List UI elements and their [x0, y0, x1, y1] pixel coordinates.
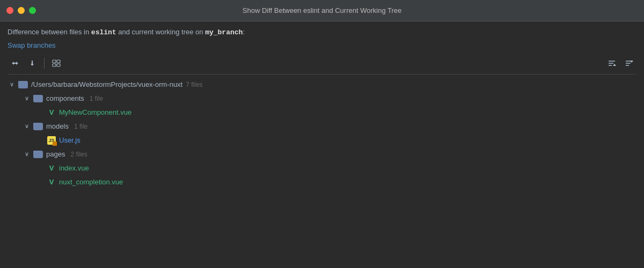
tree-row[interactable]: V MyNewComponent.vue: [8, 106, 636, 120]
svg-marker-7: [613, 64, 616, 66]
svg-rect-1: [57, 60, 60, 63]
main-content: Difference between files in eslint and c…: [0, 21, 644, 195]
js-file-icon: JS: [47, 136, 56, 145]
sort-ascending-button[interactable]: [604, 56, 619, 71]
svg-rect-2: [53, 64, 56, 66]
folder-name: components: [46, 94, 84, 102]
branch2-label: my_branch: [205, 28, 243, 36]
group-icon: [52, 59, 61, 68]
vue-file-icon: V: [47, 108, 56, 117]
file-name: index.vue: [59, 164, 89, 172]
toolbar-separator: [44, 58, 45, 69]
svg-rect-3: [57, 64, 60, 66]
sort-asc-icon: [608, 59, 616, 68]
info-line: Difference between files in eslint and c…: [8, 27, 636, 38]
folder-icon: [18, 81, 28, 88]
window-title: Show Diff Between eslint and Current Wor…: [243, 6, 402, 14]
close-button[interactable]: [6, 7, 13, 14]
collapse-icon: [28, 59, 36, 68]
folder-icon: [33, 151, 43, 158]
chevron-icon: ∨: [10, 81, 17, 88]
vue-file-icon: V: [47, 164, 56, 173]
info-suffix: :: [243, 28, 245, 36]
toolbar-right: [604, 56, 636, 71]
file-tree: ∨ /Users/barbara/WebstormProjects/vuex-o…: [8, 78, 636, 189]
tree-row[interactable]: ∨ components 1 file: [8, 92, 636, 106]
folder-icon: [33, 123, 43, 130]
swap-branches-link[interactable]: Swap branches: [8, 41, 56, 49]
traffic-lights: [6, 7, 36, 14]
file-name: nuxt_completion.vue: [59, 178, 123, 186]
root-path: /Users/barbara/WebstormProjects/vuex-orm…: [31, 80, 182, 88]
minimize-button[interactable]: [18, 7, 25, 14]
folder-icon: [33, 95, 43, 102]
folder-name: models: [46, 122, 69, 130]
svg-marker-11: [630, 61, 633, 63]
sort-descending-button[interactable]: [621, 56, 636, 71]
group-by-button[interactable]: [49, 56, 64, 71]
chevron-icon: ∨: [25, 151, 32, 158]
folder-count: 1 file: [74, 123, 87, 130]
file-name: MyNewComponent.vue: [59, 108, 131, 116]
folder-count: 1 file: [90, 95, 103, 102]
maximize-button[interactable]: [29, 7, 36, 14]
folder-count: 2 files: [70, 151, 87, 158]
tree-row[interactable]: ∨ models 1 file: [8, 120, 636, 133]
sort-desc-icon: [625, 59, 633, 68]
file-name: User.js: [59, 136, 80, 144]
tree-row[interactable]: V index.vue: [8, 161, 636, 175]
tree-row[interactable]: V nuxt_completion.vue: [8, 175, 636, 189]
collapse-all-button[interactable]: [25, 56, 40, 71]
chevron-icon: ∨: [25, 95, 32, 102]
tree-row[interactable]: ∨ pages 2 files: [8, 147, 636, 161]
folder-name: pages: [46, 150, 65, 158]
title-bar: Show Diff Between eslint and Current Wor…: [0, 0, 644, 21]
svg-rect-0: [53, 60, 56, 63]
js-badge: [53, 142, 57, 146]
info-prefix: Difference between files in: [8, 28, 91, 36]
tree-row[interactable]: ∨ /Users/barbara/WebstormProjects/vuex-o…: [8, 78, 636, 92]
info-middle: and current working tree on: [116, 28, 205, 36]
expand-icon: [11, 59, 19, 68]
branch1-label: eslint: [91, 28, 116, 36]
vue-file-icon: V: [47, 178, 56, 187]
root-count: 7 files: [186, 81, 202, 88]
chevron-icon: ∨: [25, 123, 32, 130]
tree-row[interactable]: JS User.js: [8, 133, 636, 147]
toolbar: [8, 54, 636, 75]
expand-all-button[interactable]: [8, 56, 23, 71]
